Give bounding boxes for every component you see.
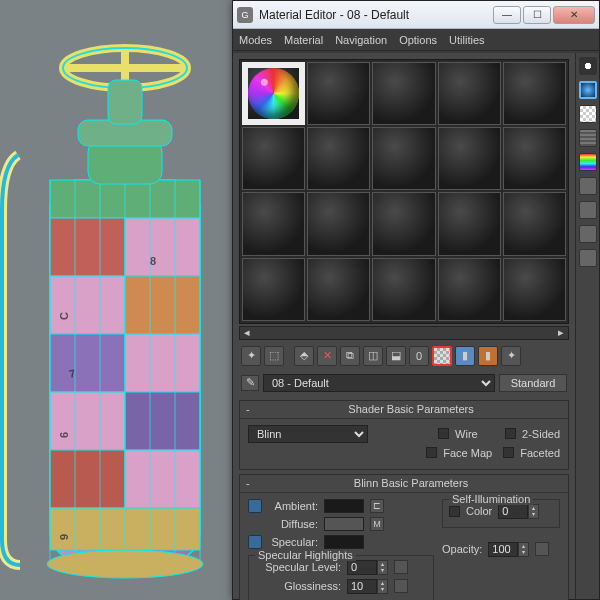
assign-to-selection-button[interactable]: ⬘ [294, 346, 314, 366]
rollup-header[interactable]: - Shader Basic Parameters [240, 401, 568, 419]
scroll-right-icon[interactable]: ▸ [554, 326, 568, 339]
material-toolbar: ✦ ⬚ ⬘ ✕ ⧉ ◫ ⬓ 0 ▮ ▮ ✦ [233, 340, 575, 372]
pick-material-button[interactable]: ✎ [241, 375, 259, 391]
viewport-3d[interactable]: 8 7 C 6 9 [0, 0, 240, 600]
material-name-dropdown[interactable]: 08 - Default [263, 374, 495, 392]
facemap-checkbox[interactable] [426, 447, 437, 458]
gloss-label: Glossiness: [255, 580, 341, 592]
ambient-lock-button[interactable] [248, 499, 262, 513]
go-to-parent-button[interactable]: ▮ [478, 346, 498, 366]
sample-slot-3[interactable] [372, 62, 435, 125]
make-copy-button[interactable]: ⧉ [340, 346, 360, 366]
sample-slot-15[interactable] [503, 192, 566, 255]
specular-swatch[interactable] [324, 535, 364, 549]
svg-rect-7 [125, 334, 200, 392]
specular-highlights-group: Specular Highlights Specular Level: ▴▾ G… [248, 555, 434, 600]
window-title: Material Editor - 08 - Default [259, 8, 491, 22]
svg-rect-5 [125, 276, 200, 334]
gloss-spinner[interactable]: ▴▾ [347, 579, 388, 594]
get-material-button[interactable]: ✦ [241, 346, 261, 366]
app-icon: G [237, 7, 253, 23]
sample-slot-4[interactable] [438, 62, 501, 125]
sample-slot-20[interactable] [503, 258, 566, 321]
scroll-left-icon[interactable]: ◂ [240, 326, 254, 339]
ambient-lock-icon[interactable]: ⊏ [370, 499, 384, 513]
sample-slot-7[interactable] [307, 127, 370, 190]
make-unique-button[interactable]: ◫ [363, 346, 383, 366]
spec-level-map-button[interactable] [394, 560, 408, 574]
shader-basic-rollup: - Shader Basic Parameters Blinn Wire 2-S… [239, 400, 569, 470]
sample-slot-11[interactable] [242, 192, 305, 255]
sample-slot-8[interactable] [372, 127, 435, 190]
sample-slot-10[interactable] [503, 127, 566, 190]
sample-slot-1[interactable] [242, 62, 305, 125]
collapse-icon: - [246, 477, 260, 489]
sample-slot-5[interactable] [503, 62, 566, 125]
material-name-row: ✎ 08 - Default Standard [233, 372, 575, 398]
sample-slot-2[interactable] [307, 62, 370, 125]
selfillum-color-checkbox[interactable] [449, 506, 460, 517]
shader-dropdown[interactable]: Blinn [248, 425, 368, 443]
faceted-checkbox[interactable] [503, 447, 514, 458]
put-to-scene-button[interactable]: ⬚ [264, 346, 284, 366]
sample-slot-17[interactable] [307, 258, 370, 321]
blinn-basic-rollup: - Blinn Basic Parameters Ambient: ⊏ [239, 474, 569, 600]
sample-slot-14[interactable] [438, 192, 501, 255]
sample-slot-12[interactable] [307, 192, 370, 255]
svg-text:9: 9 [58, 534, 70, 540]
sample-type-button[interactable] [579, 57, 597, 75]
show-end-result-button[interactable]: ▮ [455, 346, 475, 366]
menu-material[interactable]: Material [284, 34, 323, 46]
specular-lock-button[interactable] [248, 535, 262, 549]
selfillum-spinner[interactable]: ▴▾ [498, 504, 539, 519]
close-button[interactable]: ✕ [553, 6, 595, 24]
menu-bar: Modes Material Navigation Options Utilit… [233, 29, 599, 51]
minimize-button[interactable]: — [493, 6, 521, 24]
spec-level-label: Specular Level: [255, 561, 341, 573]
svg-rect-25 [88, 140, 162, 184]
sample-slot-19[interactable] [438, 258, 501, 321]
slot-scrollbar[interactable]: ◂ ▸ [239, 326, 569, 340]
menu-navigation[interactable]: Navigation [335, 34, 387, 46]
maximize-button[interactable]: ☐ [523, 6, 551, 24]
put-to-library-button[interactable]: ⬓ [386, 346, 406, 366]
sample-slot-6[interactable] [242, 127, 305, 190]
backlight-button[interactable] [579, 81, 597, 99]
selfillum-color-label: Color [466, 505, 492, 517]
sample-slot-16[interactable] [242, 258, 305, 321]
svg-rect-31 [108, 80, 142, 124]
show-map-in-viewport-button[interactable] [432, 346, 452, 366]
diffuse-swatch[interactable] [324, 517, 364, 531]
select-by-material-button[interactable] [579, 225, 597, 243]
menu-options[interactable]: Options [399, 34, 437, 46]
wire-checkbox[interactable] [438, 428, 449, 439]
menu-modes[interactable]: Modes [239, 34, 272, 46]
svg-rect-2 [50, 218, 125, 276]
material-map-navigator-button[interactable] [579, 249, 597, 267]
titlebar[interactable]: G Material Editor - 08 - Default — ☐ ✕ [233, 1, 599, 29]
twosided-checkbox[interactable] [505, 428, 516, 439]
sample-slot-18[interactable] [372, 258, 435, 321]
ambient-swatch[interactable] [324, 499, 364, 513]
background-button[interactable] [579, 105, 597, 123]
rollup-header[interactable]: - Blinn Basic Parameters [240, 475, 568, 493]
menu-utilities[interactable]: Utilities [449, 34, 484, 46]
svg-text:6: 6 [58, 432, 70, 438]
material-id-button[interactable]: 0 [409, 346, 429, 366]
spec-level-spinner[interactable]: ▴▾ [347, 560, 388, 575]
sample-uv-button[interactable] [579, 129, 597, 147]
make-preview-button[interactable] [579, 177, 597, 195]
opacity-map-button[interactable] [535, 542, 549, 556]
collapse-icon: - [246, 403, 260, 415]
sample-slot-9[interactable] [438, 127, 501, 190]
sample-slot-13[interactable] [372, 192, 435, 255]
gloss-map-button[interactable] [394, 579, 408, 593]
video-color-check-button[interactable] [579, 153, 597, 171]
opacity-spinner[interactable]: ▴▾ [488, 542, 529, 557]
faceted-label: Faceted [520, 447, 560, 459]
options-button[interactable] [579, 201, 597, 219]
reset-map-button[interactable]: ✕ [317, 346, 337, 366]
go-forward-button[interactable]: ✦ [501, 346, 521, 366]
diffuse-map-button[interactable]: M [370, 517, 384, 531]
material-type-button[interactable]: Standard [499, 374, 567, 392]
